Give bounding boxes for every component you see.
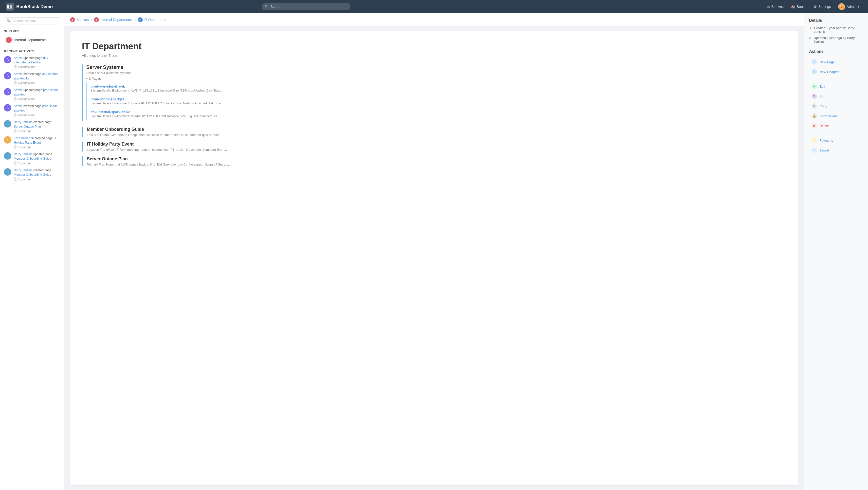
chapter-name[interactable]: Server Systems <box>86 64 786 70</box>
activity-item: A Admin created page prod-linode-sparkje… <box>4 104 60 117</box>
action-new-page[interactable]: + New Page <box>809 57 863 67</box>
sidebar-search-icon: 🔍 <box>7 19 10 23</box>
activity-user-link[interactable]: Kate Basledon <box>14 137 34 140</box>
standalone-page-outage: Server Outage Plan Primary Plan Hope tha… <box>82 156 786 166</box>
pages-toggle[interactable]: ▾ 3 Pages <box>86 77 786 81</box>
clock-icon: 🕐 <box>14 65 17 68</box>
action-delete[interactable]: 🗑 Delete <box>809 121 863 131</box>
standalone-page-name[interactable]: IT Holiday Party Event <box>87 142 227 147</box>
page-name[interactable]: dev-internal-sparklebike <box>91 110 219 114</box>
actions-title: Actions <box>809 49 863 54</box>
breadcrumb-sep-2: › <box>135 18 136 22</box>
page-name[interactable]: prod-linode-sparkjet <box>91 97 224 101</box>
settings-icon: ⚙ <box>814 5 817 9</box>
activity-item: B Barry Jenkins created page Server Outa… <box>4 120 60 133</box>
activity-avatar: A <box>4 88 11 95</box>
standalone-page-desc: Location The office, "T-Rex" meeting roo… <box>87 148 227 151</box>
standalone-page-name[interactable]: Server Outage Plan <box>87 156 230 162</box>
standalone-page-holiday: IT Holiday Party Event Location The offi… <box>82 142 786 151</box>
activity-avatar: B <box>4 152 11 160</box>
app-body: 🔍 Shelves IL Internal Departments Recent… <box>0 13 868 490</box>
standalone-page-desc: This is still todo, Get them to Google t… <box>87 133 222 137</box>
clock-icon: 🕐 <box>14 177 17 181</box>
header-nav: ⊞ Shelves 📚 Books ⚙ Settings 🐱 Admin ▾ <box>764 2 862 11</box>
page-item: prod-linode-sparkjet System Details Envi… <box>86 95 786 107</box>
page-item: prod-aws-stonehawk System Details Enviro… <box>86 82 786 94</box>
nav-shelves[interactable]: ⊞ Shelves <box>764 3 786 10</box>
breadcrumb-shelves[interactable]: IL Shelves <box>70 17 89 22</box>
activity-avatar: B <box>4 168 11 176</box>
export-icon: ↗ <box>811 148 817 153</box>
breadcrumb: IL Shelves › IL Internal Departments › I… <box>64 13 804 26</box>
shelf-label: Internal Departments <box>14 38 46 42</box>
standalone-page-name[interactable]: Member Onboarding Guide <box>87 127 222 132</box>
clock-icon: 🕐 <box>14 81 17 85</box>
book-description: All things for the IT team <box>82 54 786 57</box>
activity-user-link[interactable]: Barry Jenkins <box>14 152 33 156</box>
action-copy[interactable]: ⧉ Copy <box>809 102 863 111</box>
toggle-arrow-icon: ▾ <box>86 77 88 80</box>
breadcrumb-internal-departments[interactable]: IL Internal Departments <box>94 17 133 22</box>
activity-user-link[interactable]: Admin <box>14 104 23 108</box>
page-excerpt: System Details Environment: Linode IP: 1… <box>91 102 224 105</box>
page-name[interactable]: prod-aws-stonehawk <box>91 84 223 88</box>
activity-avatar: A <box>4 56 11 63</box>
details-title: Details <box>809 18 863 23</box>
chapter-bar <box>82 64 83 121</box>
page-item: dev-internal-sparklebike System Details … <box>86 108 786 120</box>
detail-created: ★ Created 1 year ago by Barry Jenkins <box>809 26 863 34</box>
delete-icon: 🗑 <box>811 123 817 128</box>
favourite-icon: ☆ <box>811 138 817 143</box>
permissions-icon: 🔒 <box>811 113 817 119</box>
action-favourite[interactable]: ☆ Favourite <box>809 136 863 145</box>
activity-user-link[interactable]: Barry Jenkins <box>14 169 33 172</box>
sidebar-item-internal-departments[interactable]: IL Internal Departments <box>4 35 60 45</box>
search-area: 🔍 <box>261 3 350 10</box>
detail-updated: ✏ Updated 1 year ago by Barry Jenkins <box>809 36 863 44</box>
action-export[interactable]: ↗ Export <box>809 146 863 155</box>
sidebar: 🔍 Shelves IL Internal Departments Recent… <box>0 13 64 490</box>
action-divider <box>809 79 863 79</box>
sidebar-search-input[interactable] <box>12 19 57 23</box>
activity-item: A Admin created page dev-internal-sparkl… <box>4 72 60 85</box>
activity-user-link[interactable]: Admin <box>14 88 23 92</box>
copy-icon: ⧉ <box>811 104 817 109</box>
breadcrumb-it-icon: IT <box>138 17 143 22</box>
new-page-icon: + <box>811 59 817 65</box>
admin-menu[interactable]: 🐱 Admin ▾ <box>835 2 862 11</box>
breadcrumb-it-department[interactable]: IT IT Department <box>138 17 166 22</box>
activity-page-link[interactable]: Member Onboarding Guide <box>14 173 51 176</box>
action-divider-2 <box>809 133 863 133</box>
shelf-icon: IL <box>6 37 12 43</box>
svg-rect-3 <box>7 8 12 9</box>
activity-user-link[interactable]: Admin <box>14 56 23 60</box>
chapter-content: Server Systems Details of our available … <box>86 64 786 121</box>
action-sort[interactable]: ⇅ Sort <box>809 91 863 101</box>
clock-icon: 🕐 <box>14 113 17 117</box>
book-title: IT Department <box>82 41 786 52</box>
activity-page-link[interactable]: Server Outage Plan <box>14 125 41 128</box>
search-input[interactable] <box>261 3 350 10</box>
activity-page-link[interactable]: Member Onboarding Guide <box>14 157 51 161</box>
shelves-section-title: Shelves <box>4 29 60 33</box>
activity-avatar: A <box>4 104 11 112</box>
activity-user-link[interactable]: Barry Jenkins <box>14 120 33 124</box>
activity-item: A Admin updated page dev-internal-sparkl… <box>4 56 60 68</box>
action-permissions[interactable]: 🔒 Permissions <box>809 111 863 121</box>
activity-user-link[interactable]: Admin <box>14 72 23 76</box>
chapter-server-systems: Server Systems Details of our available … <box>82 64 786 121</box>
header: BookStack Demo 🔍 ⊞ Shelves 📚 Books ⚙ Set… <box>0 0 868 13</box>
right-panel: Details ★ Created 1 year ago by Barry Je… <box>804 13 868 490</box>
nav-books[interactable]: 📚 Books <box>788 3 809 10</box>
new-chapter-icon: + <box>811 69 817 75</box>
action-new-chapter[interactable]: + New Chapter <box>809 67 863 77</box>
avatar: 🐱 <box>838 3 845 10</box>
action-edit[interactable]: ✏ Edit <box>809 82 863 91</box>
chevron-down-icon: ▾ <box>858 5 859 8</box>
nav-settings[interactable]: ⚙ Settings <box>811 3 834 10</box>
search-icon: 🔍 <box>265 5 268 9</box>
logo[interactable]: BookStack Demo <box>6 3 53 10</box>
chapter-desc: Details of our available systems <box>86 71 786 75</box>
page-excerpt: System Details Environment: Internal IP:… <box>91 114 219 118</box>
logo-text: BookStack Demo <box>16 4 53 9</box>
